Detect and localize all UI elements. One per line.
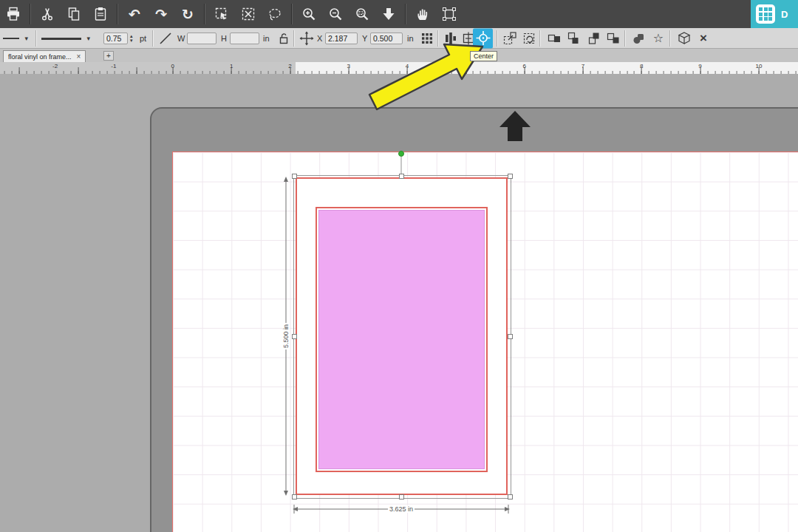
y-position-input[interactable]: 0.500 [370,33,403,44]
delete-button[interactable]: × [695,30,712,47]
lasso-select-button[interactable] [262,1,288,27]
height-input[interactable] [230,33,259,44]
3d-view-button[interactable] [675,30,693,47]
line-weight-swatch [41,38,81,40]
zoom-in-icon [301,6,317,22]
main-toolbar: ↶ ↷ ↻ [0,0,798,28]
deselect-tool-button[interactable] [235,1,262,27]
ruler-number: 5 [464,63,467,69]
copy-icon [66,6,82,22]
cut-button[interactable] [34,1,61,27]
select-tool-button[interactable] [208,1,235,27]
rotate-button[interactable] [520,30,538,47]
toolbar-divider [293,30,295,47]
ruler-number: -1 [111,63,116,69]
selection-handle[interactable] [292,334,297,339]
selection-handle[interactable] [292,494,297,499]
chevron-down-icon: ▾ [24,35,28,42]
delete-x-icon: × [700,32,707,44]
toolbar-divider [497,30,498,47]
style-button[interactable]: ☆ [649,30,667,47]
print-button[interactable] [0,1,27,27]
copy-button[interactable] [61,1,87,27]
deselect-icon [240,6,256,22]
align-columns-icon [443,30,459,47]
stroke-width-input[interactable]: 0.75 [103,33,128,44]
toolbar-divider [291,4,293,24]
line-style-select[interactable]: ▾ [3,32,28,45]
hand-icon [415,6,431,22]
ruler-number: 0 [171,63,174,69]
document-tab[interactable]: floral vinyl on frame... × [3,50,86,62]
printer-icon [5,6,21,22]
replicate-up-button[interactable] [585,30,603,47]
replicate-down-button[interactable] [565,30,582,47]
center-button[interactable] [473,28,493,48]
refresh-icon: ↻ [182,7,194,21]
design-panel-button[interactable]: D [751,0,798,28]
toolbar-divider [204,4,205,24]
stroke-width-stepper[interactable]: ▴ ▾ [130,34,133,43]
ruler-number: 10 [756,63,763,69]
ruler-number: 9 [698,63,701,69]
selection-handle[interactable] [508,174,513,179]
width-input[interactable] [187,33,216,44]
ruler-number: 2 [288,63,291,69]
width-label: W [177,34,185,43]
document-tab-bar: floral vinyl on frame... × + [0,49,798,62]
lock-aspect-button[interactable] [275,30,293,47]
undo-icon: ↶ [129,7,140,21]
drawing-canvas[interactable]: 5.500 in 3.625 in [0,74,798,532]
x-position-input[interactable]: 2.187 [325,33,358,44]
fit-to-page-button[interactable] [375,1,402,27]
height-dimension-label: 5.500 in [282,323,290,349]
star-icon: ☆ [653,33,664,44]
line-weight-select[interactable]: ▾ [41,32,90,45]
selection-handle[interactable] [399,174,404,179]
zoom-out-button[interactable] [322,1,349,27]
lock-icon [276,30,292,47]
tab-close-icon[interactable]: × [77,53,81,61]
format-toolbar: ▾ ▾ 0.75 ▴ ▾ pt W H in [0,28,798,49]
zoom-in-button[interactable] [296,1,322,27]
replicate-right-button[interactable] [545,30,563,47]
width-dimension-label: 3.625 in [388,505,415,513]
document-tab-label: floral vinyl on frame... [8,53,72,61]
selection-frame-icon [441,6,457,22]
toolbar-divider [669,30,671,47]
toolbar-divider [152,30,154,47]
selection-handle[interactable] [508,494,513,499]
weld-button[interactable] [630,30,648,47]
anchor-grid-icon [419,30,435,47]
replicate-mirror-button[interactable] [604,30,622,47]
move-icon [298,30,316,47]
line-tool-button[interactable] [157,30,174,47]
selection-handle[interactable] [292,174,297,179]
x-label: X [317,34,322,43]
toolbar-divider [437,30,439,47]
weld-icon [631,30,647,47]
align-columns-button[interactable] [442,30,460,47]
rotation-handle[interactable] [398,151,404,157]
scissors-icon [39,6,55,22]
height-label: H [221,34,227,43]
replicate-down-icon [565,30,582,47]
selection-handle[interactable] [508,334,513,339]
pan-tool-button[interactable] [409,1,436,27]
undo-button[interactable]: ↶ [121,1,148,27]
paste-button[interactable] [87,1,114,27]
anchor-grid-button[interactable] [418,30,436,47]
redo-button[interactable]: ↷ [148,1,174,27]
new-tab-button[interactable]: + [103,51,114,61]
center-tooltip: Center [470,51,497,61]
design-grid-icon [756,4,775,24]
refresh-button[interactable]: ↻ [174,1,201,27]
selection-frame-button[interactable] [436,1,463,27]
zoom-selection-button[interactable] [349,1,375,27]
select-icon [214,6,230,22]
position-unit-label: in [407,34,414,43]
line-style-swatch [3,38,19,39]
selection-handle[interactable] [399,494,404,499]
center-crosshair-icon [475,30,491,47]
scale-button[interactable] [501,30,519,47]
